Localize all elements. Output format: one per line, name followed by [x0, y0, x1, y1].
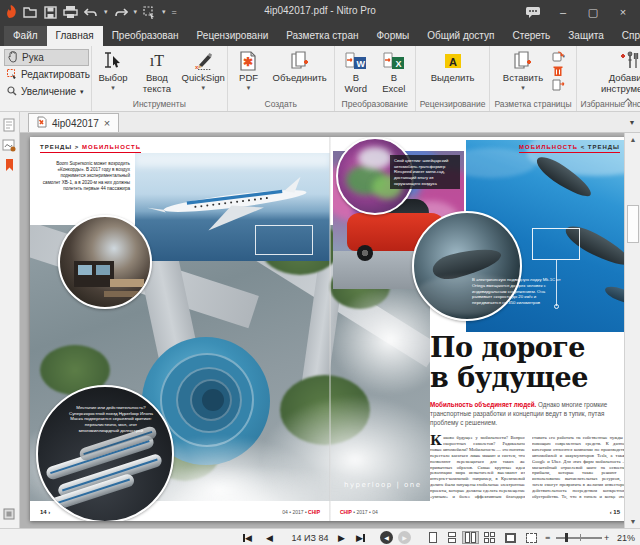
vertical-scrollbar[interactable]: ▲ ▼ [624, 133, 640, 528]
zoom-dropdown[interactable]: ▾ [80, 88, 84, 96]
pdf-page-spread: ТРЕНДЫ > МОБИЛЬНОСТЬ [30, 137, 624, 521]
ribbon-group-create: ✱ PDF ▾ Объединить Создать [228, 46, 335, 111]
page-layout-mini-buttons: ▾ [550, 48, 566, 91]
pages-panel-icon[interactable] [2, 118, 17, 133]
rotate-pages-button[interactable]: ▾ [550, 50, 566, 63]
add-tools-button[interactable]: Добавить инструменты [581, 48, 640, 95]
insert-pages-button[interactable]: Вставить ▾ [500, 48, 546, 92]
highlight-button[interactable]: A Выделить [428, 48, 478, 84]
supersonic-jet-photo [135, 153, 330, 261]
submarine-callout-box [532, 228, 580, 260]
tab-share[interactable]: Общий доступ [418, 26, 503, 46]
body-column-2: ставить его работать на собственные нужд… [532, 435, 624, 499]
document-tab[interactable]: 4ip042017 × [28, 113, 119, 132]
insert-pages-icon [512, 50, 534, 72]
page-gutter [329, 137, 331, 521]
scroll-down-icon[interactable]: ▼ [627, 518, 639, 525]
to-excel-button[interactable]: X В Excel [377, 48, 411, 95]
previous-view-button[interactable]: ◀ [380, 531, 393, 544]
ribbon-view-tools: Рука Редактировать Увеличение ▾ [0, 46, 92, 111]
combine-button[interactable]: Объединить [270, 48, 330, 84]
tab-review[interactable]: Рецензировани [188, 26, 278, 46]
tab-protect[interactable]: Защита [559, 26, 612, 46]
hyperloop-caption: Мечтание или действительность? Суперскор… [68, 405, 154, 434]
delete-pages-button[interactable] [550, 64, 566, 77]
tab-help[interactable]: Справка [613, 26, 640, 46]
tab-page-layout[interactable]: Разметка стран [277, 26, 367, 46]
right-page-header: МОБИЛЬНОСТЬ < ТРЕНДЫ [519, 144, 620, 153]
feedback-icon[interactable] [518, 0, 548, 24]
close-button[interactable]: × [608, 0, 638, 24]
tab-erase[interactable]: Стереть [503, 26, 559, 46]
fit-width-button[interactable] [523, 531, 540, 544]
hyperloop-pods-inset: Мечтание или действительность? Суперскор… [36, 385, 174, 521]
pdf-star-icon: ✱ [240, 50, 257, 72]
article-body: Каково будущее у мобильности? Вопрос ско… [430, 435, 624, 499]
body-column-1: Каково будущее у мобильности? Вопрос ско… [430, 435, 525, 499]
tab-forms[interactable]: Формы [367, 26, 418, 46]
single-page-view-button[interactable] [424, 531, 441, 544]
tab-file[interactable]: Файл [4, 26, 47, 46]
last-page-button[interactable]: ▶ [356, 531, 365, 544]
zoom-level[interactable]: 21% [614, 531, 638, 544]
continuous-view-button[interactable] [443, 531, 460, 544]
previous-page-button[interactable]: ◀ [266, 531, 273, 544]
fit-page-button[interactable] [502, 531, 519, 544]
tab-convert[interactable]: Преобразован [103, 26, 188, 46]
page-indicator[interactable]: 14 ИЗ 84 [284, 531, 336, 544]
scrollbar-thumb[interactable] [627, 205, 639, 243]
select-icon [104, 50, 122, 72]
scroll-up-icon[interactable]: ▲ [627, 136, 639, 143]
zoom-out-button[interactable]: − [545, 531, 550, 544]
excel-icon: X [383, 50, 405, 72]
svg-text:✱: ✱ [243, 55, 253, 69]
zoom-button[interactable]: Увеличение ▾ [4, 83, 89, 100]
document-canvas[interactable]: ТРЕНДЫ > МОБИЛЬНОСТЬ [20, 133, 624, 528]
zoom-slider-track[interactable] [556, 537, 602, 539]
first-page-button[interactable]: ◀ [243, 531, 252, 544]
type-text-button[interactable]: ıT Ввод текста [134, 48, 180, 95]
two-page-continuous-button[interactable] [481, 531, 498, 544]
pdf-file-icon [37, 116, 47, 130]
ribbon-group-page-layout: Вставить ▾ ▾ Разметка страницы [490, 46, 576, 111]
two-page-view-button[interactable] [462, 531, 479, 544]
hand-tool-button[interactable]: Рука [4, 49, 89, 66]
edit-button[interactable]: Редактировать [4, 66, 89, 83]
select-button[interactable]: Выбор ▾ [96, 48, 130, 92]
ribbon-group-convert: W В Word X В Excel Преобразование [335, 46, 416, 111]
zoom-in-button[interactable]: + [604, 531, 609, 544]
submarine-caption: В электрическую подводную лодку Mk.1C от… [466, 277, 562, 306]
attachments-panel-icon[interactable] [2, 507, 17, 522]
type-text-icon: ıT [150, 50, 164, 72]
to-word-button[interactable]: W В Word [339, 48, 373, 95]
quicksign-button[interactable]: x QuickSign ▾ [184, 48, 223, 92]
ribbon-group-tools: Выбор ▾ ıT Ввод текста x QuickSign ▾ Инс… [92, 46, 228, 111]
highlight-icon: A [444, 50, 462, 72]
next-view-button[interactable]: ▶ [398, 531, 411, 544]
ribbon-tab-strip: Файл Главная Преобразован Рецензировани … [0, 24, 640, 46]
tab-home[interactable]: Главная [47, 26, 103, 46]
car-wheel [357, 245, 373, 261]
hyperloop-watermark: hyperloop | one [344, 481, 430, 489]
zoom-slider-thumb[interactable] [565, 533, 568, 542]
cabin-interior-inset [58, 215, 152, 309]
bookmarks-panel-icon[interactable] [2, 158, 17, 173]
close-document-icon[interactable]: × [104, 117, 110, 129]
left-page-number: 14 › [40, 509, 50, 515]
tab-list-dropdown[interactable]: ▼ [624, 112, 640, 133]
edit-select-icon [7, 69, 17, 81]
maximize-button[interactable]: ▢ [578, 0, 608, 24]
status-bar: ◀ ◀ 14 ИЗ 84 ▶ ▶ ◀ ▶ − − + 21% [0, 528, 640, 545]
extract-pages-button[interactable] [550, 78, 566, 91]
next-page-button[interactable]: ▶ [338, 531, 345, 544]
document-tab-label: 4ip042017 [52, 118, 99, 129]
create-pdf-button[interactable]: ✱ PDF ▾ [232, 48, 266, 92]
left-panel-bar [0, 112, 20, 528]
minimize-button[interactable]: – [548, 0, 578, 24]
svg-text:W: W [356, 59, 365, 69]
signatures-panel-icon[interactable] [2, 138, 17, 153]
pen-icon: x [193, 50, 213, 72]
magnifier-icon [7, 86, 17, 98]
hand-icon [8, 51, 18, 65]
collapse-ribbon-button[interactable] [625, 98, 634, 104]
